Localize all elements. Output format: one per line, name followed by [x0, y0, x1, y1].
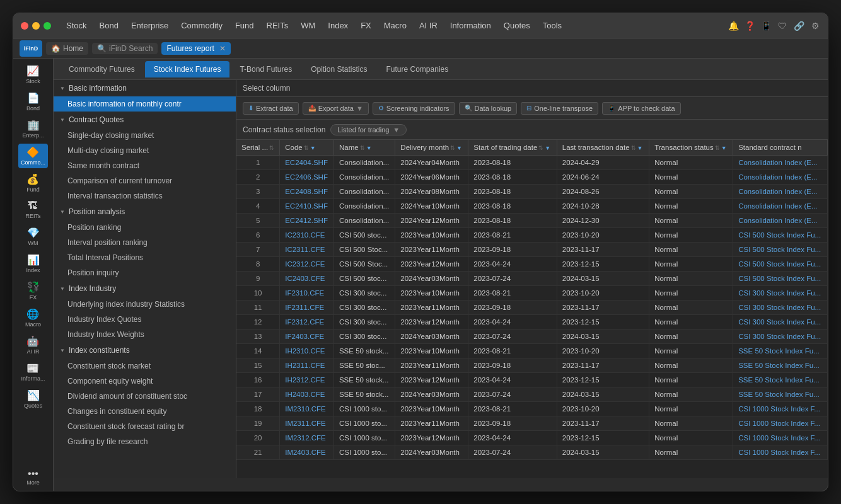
extract-data-button[interactable]: ⬇ Extract data [243, 102, 299, 115]
cell-code[interactable]: EC2412.SHF [280, 214, 334, 228]
sort-icon-transaction_status[interactable]: ⇅ [715, 145, 720, 151]
data-table-container[interactable]: Serial ...⇅Code⇅▼Name⇅▼Delivery month⇅▼S… [236, 140, 828, 478]
table-row[interactable]: 21 IM2403.CFE CSI 1000 sto... 2024Year03… [236, 445, 828, 460]
cell-code[interactable]: IH2312.CFE [280, 373, 334, 387]
transpose-button[interactable]: ⊟ One-line transpose [521, 102, 598, 115]
logo[interactable]: iFinD [20, 40, 42, 57]
tab-opition-statistics[interactable]: Opition Statistics [302, 61, 376, 77]
futures-report-tab[interactable]: Futures report ✕ [161, 42, 230, 55]
cell-code[interactable]: IH2403.CFE [280, 387, 334, 402]
table-row[interactable]: 18 IM2310.CFE CSI 1000 sto... 2023Year10… [236, 402, 828, 416]
menu-item-enterprise[interactable]: Enterprise [126, 18, 173, 33]
shield-icon[interactable]: 🛡 [777, 21, 787, 31]
table-row[interactable]: 8 IC2312.CFE CSI 500 Stoc... 2023Year12M… [236, 257, 828, 272]
cell-code[interactable]: IM2311.CFE [280, 416, 334, 431]
tab-commodity-futures[interactable]: Commodity Futures [60, 61, 144, 77]
cell-code[interactable]: IF2311.CFE [280, 301, 334, 315]
cell-code[interactable]: IC2403.CFE [280, 272, 334, 286]
export-dropdown-icon[interactable]: ▼ [356, 105, 363, 112]
table-row[interactable]: 11 IF2311.CFE CSI 300 stoc... 2023Year11… [236, 301, 828, 315]
menu-item-tools[interactable]: Tools [538, 18, 567, 33]
cell-code[interactable]: IF2312.CFE [280, 315, 334, 329]
data-lookup-button[interactable]: 🔍 Data lookup [459, 102, 518, 115]
table-row[interactable]: 5 EC2412.SHF Consolidation... 2024Year12… [236, 214, 828, 228]
table-row[interactable]: 20 IM2312.CFE CSI 1000 sto... 2023Year12… [236, 431, 828, 445]
menu-item-fx[interactable]: FX [356, 18, 376, 33]
menu-item-information[interactable]: Information [445, 18, 496, 33]
search-bar[interactable]: 🔍 iFinD Search [92, 43, 158, 54]
sidebar-item-comparison[interactable]: Comparison of current turnover [54, 173, 236, 188]
table-row[interactable]: 10 IF2310.CFE CSI 300 stoc... 2023Year10… [236, 286, 828, 301]
table-row[interactable]: 4 EC2410.SHF Consolidation... 2024Year10… [236, 199, 828, 214]
table-row[interactable]: 6 IC2310.CFE CSI 500 stoc... 2023Year10M… [236, 228, 828, 243]
menu-item-macro[interactable]: Macro [379, 18, 412, 33]
settings-icon[interactable]: ⚙ [810, 21, 820, 31]
sort-icon-delivery_month[interactable]: ⇅ [450, 145, 455, 151]
col-header-last_transaction[interactable]: Last transaction date⇅▼ [557, 140, 649, 156]
tab-stock-index-futures[interactable]: Stock Index Futures [145, 61, 230, 77]
sort-icon-start_trading[interactable]: ⇅ [538, 145, 543, 151]
sidebar-section-basic_info[interactable]: ▼Basic information [54, 80, 236, 96]
table-row[interactable]: 7 IC2311.CFE CSI 500 Stoc... 2023Year11M… [236, 243, 828, 257]
filter-icon-start_trading[interactable]: ▼ [545, 145, 550, 151]
filter-icon-last_transaction[interactable]: ▼ [637, 145, 643, 151]
tab-t-bond-futures[interactable]: T-Bond Futures [231, 61, 301, 77]
sidebar-icon-fund[interactable]: 💰 Fund [24, 171, 42, 195]
col-header-start_trading[interactable]: Start of trading date⇅▼ [468, 140, 557, 156]
col-header-code[interactable]: Code⇅▼ [280, 140, 334, 156]
table-row[interactable]: 12 IF2312.CFE CSI 300 stoc... 2023Year12… [236, 315, 828, 329]
sidebar-icon-index[interactable]: 📊 Index [23, 251, 42, 276]
cell-code[interactable]: IC2312.CFE [280, 257, 334, 272]
cell-code[interactable]: IM2403.CFE [280, 445, 334, 460]
filter-icon-delivery_month[interactable]: ▼ [456, 145, 462, 151]
sidebar-item-industry_quotes[interactable]: Industry Index Quotes [54, 312, 236, 327]
menu-item-index[interactable]: Index [323, 18, 353, 33]
cell-code[interactable]: IM2310.CFE [280, 402, 334, 416]
sidebar-icon-quotes[interactable]: 📉 Quotes [21, 387, 45, 411]
cell-code[interactable]: IH2311.CFE [280, 358, 334, 373]
sidebar-item-constituent_stock[interactable]: Constituent stock market [54, 358, 236, 374]
sidebar-item-component_equity[interactable]: Component equity weight [54, 374, 236, 389]
help-icon[interactable]: ❓ [745, 21, 755, 31]
notification-icon[interactable]: 🔔 [728, 21, 738, 31]
sort-icon-serial[interactable]: ⇅ [269, 145, 274, 151]
menu-item-reits[interactable]: REITs [262, 18, 294, 33]
status-dropdown[interactable]: Listed for trading ▼ [330, 124, 407, 135]
menu-item-stock[interactable]: Stock [61, 18, 92, 33]
maximize-button[interactable] [44, 22, 51, 30]
sidebar-item-changes_equity[interactable]: Changes in constituent equity [54, 404, 236, 419]
table-row[interactable]: 16 IH2312.CFE SSE 50 stock... 2023Year12… [236, 373, 828, 387]
sidebar-section-index_constituents[interactable]: ▼Index constituents [54, 342, 236, 358]
col-header-standard_contract[interactable]: Standard contract n [733, 140, 828, 156]
sidebar-item-interval_trans[interactable]: Interval transaction statistics [54, 188, 236, 203]
table-row[interactable]: 15 IH2311.CFE SSE 50 stoc... 2023Year11M… [236, 358, 828, 373]
sort-icon-last_transaction[interactable]: ⇅ [631, 145, 636, 151]
minimize-button[interactable] [32, 22, 40, 30]
table-row[interactable]: 9 IC2403.CFE CSI 500 stoc... 2024Year03M… [236, 272, 828, 286]
close-button[interactable] [21, 22, 28, 30]
table-row[interactable]: 14 IH2310.CFE SSE 50 stock... 2023Year10… [236, 344, 828, 358]
sidebar-item-grading_file[interactable]: Grading by file research [54, 434, 236, 449]
sidebar-item-position_inquiry[interactable]: Position inquiry [54, 265, 236, 280]
cell-code[interactable]: IC2310.CFE [280, 228, 334, 243]
export-data-button[interactable]: 📤 Export data ▼ [303, 102, 369, 115]
close-tab-icon[interactable]: ✕ [219, 44, 226, 53]
cell-code[interactable]: IF2310.CFE [280, 286, 334, 301]
sidebar-icon-aiir[interactable]: 🤖 AI IR [24, 333, 42, 357]
sidebar-item-position_ranking[interactable]: Position ranking [54, 220, 236, 235]
tablet-icon[interactable]: 📱 [761, 21, 771, 31]
col-header-serial[interactable]: Serial ...⇅ [236, 140, 280, 156]
cell-code[interactable]: IF2403.CFE [280, 329, 334, 344]
cell-code[interactable]: EC2406.SHF [280, 170, 334, 185]
sidebar-icon-enterprise[interactable]: 🏢 Enterp... [20, 117, 46, 141]
sidebar-item-basic_monthly[interactable]: Basic information of monthly contr [54, 96, 236, 112]
sidebar-icon-bond[interactable]: 📄 Bond [24, 89, 42, 114]
col-header-transaction_status[interactable]: Transaction status⇅▼ [649, 140, 733, 156]
menu-item-fund[interactable]: Fund [230, 18, 259, 33]
sidebar-item-constituent_forecast[interactable]: Constituent stock forecast rating br [54, 419, 236, 434]
cell-code[interactable]: IH2310.CFE [280, 344, 334, 358]
sidebar-icon-wm[interactable]: 💎 WM [25, 224, 42, 249]
link-icon[interactable]: 🔗 [794, 21, 804, 31]
sort-icon-code[interactable]: ⇅ [304, 145, 309, 151]
filter-icon-name[interactable]: ▼ [366, 145, 372, 151]
